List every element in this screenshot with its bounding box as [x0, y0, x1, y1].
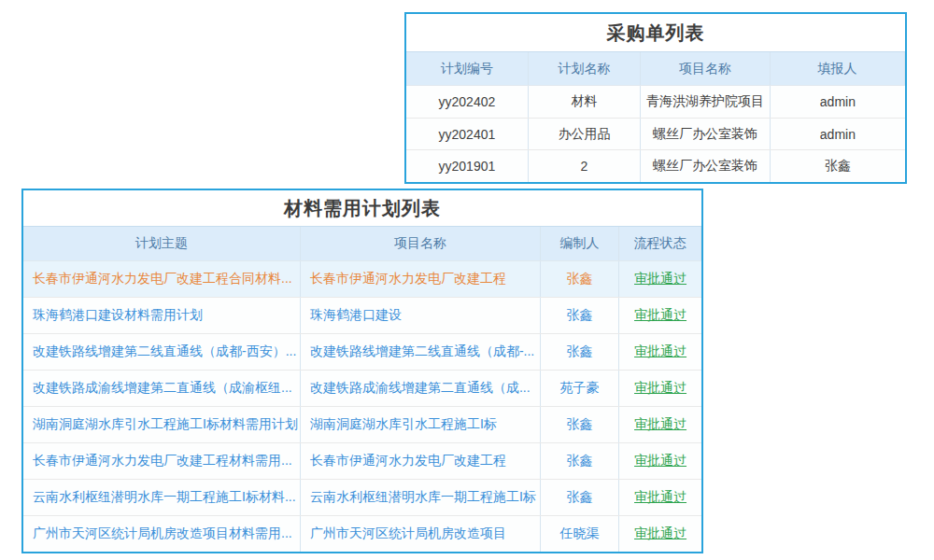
purchase-table-header-row: 计划编号计划名称项目名称填报人 — [406, 51, 905, 86]
plan-subject-link[interactable]: 云南水利枢纽潜明水库一期工程施工I标材料... — [23, 480, 301, 515]
table-row[interactable]: 长春市伊通河水力发电厂改建工程材料需用...长春市伊通河水力发电厂改建工程张鑫审… — [23, 443, 701, 480]
table-cell: 材料 — [529, 86, 641, 118]
column-header: 计划编号 — [406, 52, 529, 85]
column-header: 流程状态 — [619, 227, 701, 260]
table-cell: 螺丝厂办公室装饰 — [641, 150, 771, 182]
compiler-link[interactable]: 苑子豪 — [541, 371, 619, 406]
table-row[interactable]: yy202401办公用品螺丝厂办公室装饰admin — [406, 119, 905, 151]
table-row[interactable]: 改建铁路成渝线增建第二直通线（成渝枢纽...改建铁路成渝线增建第二直通线（成..… — [23, 371, 701, 407]
purchase-list-panel: 采购单列表 计划编号计划名称项目名称填报人 yy202402材料青海洪湖养护院项… — [404, 12, 907, 184]
table-row[interactable]: 湖南洞庭湖水库引水工程施工I标材料需用计划湖南洞庭湖水库引水工程施工I标张鑫审批… — [23, 407, 701, 443]
plan-subject-link[interactable]: 长春市伊通河水力发电厂改建工程合同材料... — [23, 261, 301, 297]
purchase-panel-title: 采购单列表 — [406, 14, 905, 51]
column-header: 计划名称 — [529, 52, 641, 85]
table-cell: 张鑫 — [771, 150, 905, 182]
material-table-header-row: 计划主题项目名称编制人流程状态 — [23, 226, 701, 261]
status-link[interactable]: 审批通过 — [619, 371, 701, 406]
plan-subject-link[interactable]: 改建铁路成渝线增建第二直通线（成渝枢纽... — [23, 371, 301, 406]
column-header: 项目名称 — [641, 52, 771, 85]
plan-subject-link[interactable]: 珠海鹤港口建设材料需用计划 — [23, 298, 301, 333]
status-link[interactable]: 审批通过 — [619, 516, 701, 552]
status-link[interactable]: 审批通过 — [619, 407, 701, 442]
plan-subject-link[interactable]: 湖南洞庭湖水库引水工程施工I标材料需用计划 — [23, 407, 301, 442]
table-cell: yy202402 — [406, 86, 529, 118]
column-header: 填报人 — [771, 52, 905, 85]
table-cell: 青海洪湖养护院项目 — [641, 86, 771, 118]
table-row[interactable]: yy202402材料青海洪湖养护院项目admin — [406, 86, 905, 119]
project-name-link[interactable]: 长春市伊通河水力发电厂改建工程 — [301, 443, 541, 479]
table-row[interactable]: 云南水利枢纽潜明水库一期工程施工I标材料...云南水利枢纽潜明水库一期工程施工I… — [23, 480, 701, 516]
material-table-body: 长春市伊通河水力发电厂改建工程合同材料...长春市伊通河水力发电厂改建工程张鑫审… — [23, 261, 701, 552]
plan-subject-link[interactable]: 长春市伊通河水力发电厂改建工程材料需用... — [23, 443, 301, 479]
compiler-link[interactable]: 张鑫 — [541, 407, 619, 442]
compiler-link[interactable]: 张鑫 — [541, 443, 619, 479]
material-panel-title: 材料需用计划列表 — [23, 190, 701, 226]
project-name-link[interactable]: 长春市伊通河水力发电厂改建工程 — [301, 261, 541, 297]
column-header: 编制人 — [541, 227, 619, 260]
table-cell: admin — [771, 86, 905, 118]
column-header: 计划主题 — [23, 227, 301, 260]
status-link[interactable]: 审批通过 — [619, 298, 701, 333]
table-row[interactable]: 改建铁路线增建第二线直通线（成都-西安）...改建铁路线增建第二线直通线（成都-… — [23, 334, 701, 371]
status-link[interactable]: 审批通过 — [619, 334, 701, 370]
table-cell: admin — [771, 119, 905, 150]
table-cell: 2 — [529, 150, 641, 182]
material-plan-list-panel: 材料需用计划列表 计划主题项目名称编制人流程状态 长春市伊通河水力发电厂改建工程… — [21, 189, 703, 553]
compiler-link[interactable]: 张鑫 — [541, 261, 619, 297]
compiler-link[interactable]: 任晓渠 — [541, 516, 619, 552]
status-link[interactable]: 审批通过 — [619, 480, 701, 515]
purchase-table-body: yy202402材料青海洪湖养护院项目adminyy202401办公用品螺丝厂办… — [406, 86, 905, 182]
project-name-link[interactable]: 湖南洞庭湖水库引水工程施工I标 — [301, 407, 541, 442]
column-header: 项目名称 — [301, 227, 541, 260]
table-cell: yy202401 — [406, 119, 529, 150]
project-name-link[interactable]: 广州市天河区统计局机房改造项目 — [301, 516, 541, 552]
compiler-link[interactable]: 张鑫 — [541, 480, 619, 515]
table-cell: yy201901 — [406, 150, 529, 182]
plan-subject-link[interactable]: 改建铁路线增建第二线直通线（成都-西安）... — [23, 334, 301, 370]
table-row[interactable]: 珠海鹤港口建设材料需用计划珠海鹤港口建设张鑫审批通过 — [23, 298, 701, 334]
project-name-link[interactable]: 改建铁路成渝线增建第二直通线（成... — [301, 371, 541, 406]
table-row[interactable]: 长春市伊通河水力发电厂改建工程合同材料...长春市伊通河水力发电厂改建工程张鑫审… — [23, 261, 701, 298]
project-name-link[interactable]: 云南水利枢纽潜明水库一期工程施工I标 — [301, 480, 541, 515]
compiler-link[interactable]: 张鑫 — [541, 298, 619, 333]
table-row[interactable]: yy2019012螺丝厂办公室装饰张鑫 — [406, 150, 905, 182]
project-name-link[interactable]: 珠海鹤港口建设 — [301, 298, 541, 333]
plan-subject-link[interactable]: 广州市天河区统计局机房改造项目材料需用... — [23, 516, 301, 552]
table-cell: 螺丝厂办公室装饰 — [641, 119, 771, 150]
table-cell: 办公用品 — [529, 119, 641, 150]
compiler-link[interactable]: 张鑫 — [541, 334, 619, 370]
project-name-link[interactable]: 改建铁路线增建第二线直通线（成都-... — [301, 334, 541, 370]
status-link[interactable]: 审批通过 — [619, 261, 701, 297]
status-link[interactable]: 审批通过 — [619, 443, 701, 479]
table-row[interactable]: 广州市天河区统计局机房改造项目材料需用...广州市天河区统计局机房改造项目任晓渠… — [23, 516, 701, 552]
